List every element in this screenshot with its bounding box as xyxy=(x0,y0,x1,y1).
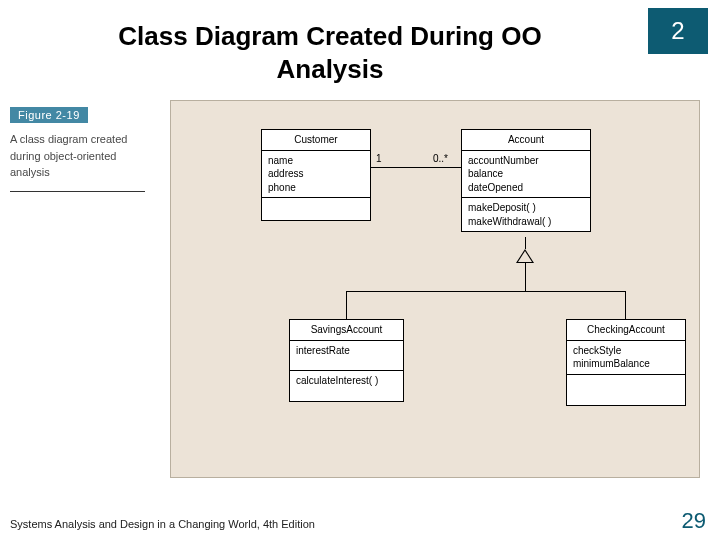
class-savings: SavingsAccount interestRate calculateInt… xyxy=(289,319,404,402)
footer-text: Systems Analysis and Design in a Changin… xyxy=(10,518,315,530)
class-name: CheckingAccount xyxy=(567,320,685,341)
generalization-arrow-icon xyxy=(516,249,534,263)
class-attributes: name address phone xyxy=(262,151,370,199)
class-customer: Customer name address phone xyxy=(261,129,371,221)
gen-line-horiz xyxy=(346,291,626,292)
class-operations xyxy=(567,375,685,405)
page-number: 29 xyxy=(682,508,706,534)
uml-diagram: Customer name address phone Account acco… xyxy=(170,100,700,478)
figure-caption: A class diagram created during object-or… xyxy=(10,131,145,192)
figure-label-block: Figure 2-19 A class diagram created duri… xyxy=(10,105,160,192)
gen-line-vert-left xyxy=(346,291,347,319)
class-operations: makeDeposit( ) makeWithdrawal( ) xyxy=(462,198,590,231)
class-account: Account accountNumber balance dateOpened… xyxy=(461,129,591,232)
class-operations xyxy=(262,198,370,220)
class-operations: calculateInterest( ) xyxy=(290,371,403,401)
gen-line-vert-top xyxy=(525,237,526,249)
class-attributes: accountNumber balance dateOpened xyxy=(462,151,590,199)
gen-line-vert-mid xyxy=(525,263,526,291)
class-attributes: interestRate xyxy=(290,341,403,371)
class-name: SavingsAccount xyxy=(290,320,403,341)
class-name: Customer xyxy=(262,130,370,151)
class-name: Account xyxy=(462,130,590,151)
multiplicity-left: 1 xyxy=(376,153,382,164)
gen-line-vert-right xyxy=(625,291,626,319)
chapter-badge: 2 xyxy=(648,8,708,54)
page-title: Class Diagram Created During OO Analysis xyxy=(70,20,590,85)
figure-number: Figure 2-19 xyxy=(10,107,88,123)
class-attributes: checkStyle minimumBalance xyxy=(567,341,685,375)
multiplicity-right: 0..* xyxy=(433,153,448,164)
association-line xyxy=(371,167,461,168)
class-checking: CheckingAccount checkStyle minimumBalanc… xyxy=(566,319,686,406)
